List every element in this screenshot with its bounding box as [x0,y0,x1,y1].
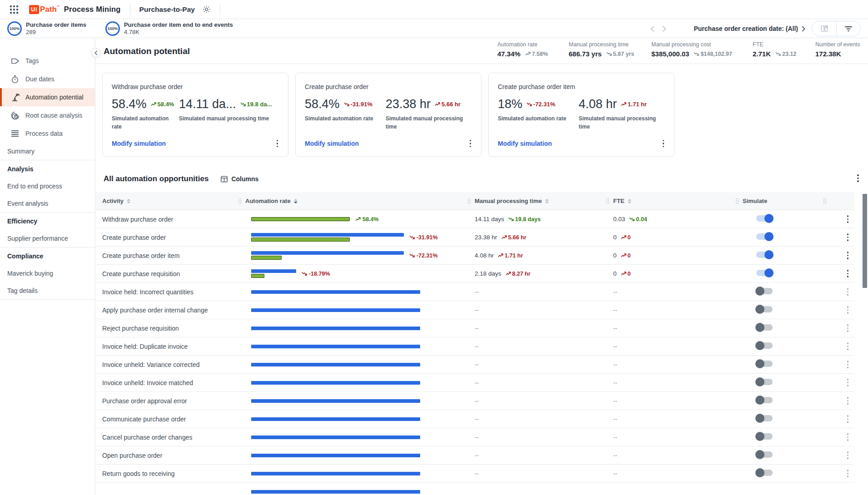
kpi-label: Automation rate [497,41,548,48]
simulate-toggle[interactable] [756,397,773,403]
rate-trend-label: 58.4% [355,216,378,223]
trend-up-icon [621,235,626,239]
kpi-label: Manual processing time [569,41,634,48]
simulate-toggle[interactable] [756,451,773,458]
sidebar-item-event-analysis[interactable]: Event analysis [0,195,95,212]
nav-next-icon[interactable] [658,23,670,35]
sidebar-item-supplier-performance[interactable]: Supplier performance [0,230,95,247]
table-row: Cancel purchase order changes---- [96,428,854,446]
column-header-automation-rate[interactable]: Automation rate [245,198,475,204]
row-kebab-icon[interactable] [844,468,852,479]
metric-trend: 1.71 hr [621,101,647,108]
metric-badge[interactable]: 100%Purchase order item end to end event… [105,21,233,36]
book-icon[interactable] [812,21,836,36]
modify-simulation-button[interactable]: Modify simulation [498,140,552,147]
date-filter[interactable]: Purchase order creation date: (All) [694,25,805,32]
fte-value: -- [613,361,617,368]
column-drag-handle-icon[interactable] [467,198,471,204]
sidebar-item-analysis[interactable]: Analysis [0,160,95,178]
automation-rate-cell [245,283,475,301]
opportunities-kebab-icon[interactable] [854,173,862,184]
simulate-toggle[interactable] [756,379,773,385]
row-kebab-icon[interactable] [844,322,852,334]
column-header-manual-processing-time[interactable]: Manual processing time [475,198,613,204]
simulate-toggle[interactable] [756,324,773,331]
row-kebab-icon[interactable] [844,413,852,425]
mpt-trend: 8.27 hr [506,271,531,277]
manual-processing-time-cell: -- [475,288,613,295]
automation-rate-bars [245,465,475,483]
toggle-knob [755,359,764,368]
simulate-toggle[interactable] [756,306,773,312]
sidebar-item-tag-details[interactable]: Tag details [0,282,95,299]
modify-simulation-button[interactable]: Modify simulation [112,140,166,147]
sidebar-section: ComplianceMaverick buyingTag details [0,248,95,300]
simulate-toggle[interactable] [756,470,773,476]
metric-badge[interactable]: 100%Purchase order items289 [7,21,86,36]
row-kebab-icon[interactable] [844,268,852,279]
simulate-toggle[interactable] [756,233,773,240]
simulate-toggle[interactable] [756,252,773,258]
app-launcher-icon[interactable] [10,5,18,14]
row-kebab-icon[interactable] [844,450,852,461]
simulate-toggle[interactable] [756,215,773,222]
modify-simulation-button[interactable]: Modify simulation [305,140,359,147]
card-kebab-icon[interactable] [274,138,281,149]
simulate-toggle[interactable] [756,270,773,276]
gear-icon[interactable] [202,5,211,14]
sidebar-item-root-cause-analysis[interactable]: Root cause analysis [0,106,95,124]
column-header-simulate[interactable]: Simulate [743,198,830,204]
nav-prev-icon[interactable] [646,23,658,35]
card-kebab-icon[interactable] [660,138,667,149]
mpt-value: -- [475,434,479,441]
metric-label: Simulated manual processing time [579,114,665,131]
card-kebab-icon[interactable] [467,138,474,149]
kpi-trend: 7.58% [525,51,548,57]
app-name[interactable]: Purchase-to-Pay [139,5,195,14]
current-rate-bar [251,251,404,255]
column-drag-handle-icon[interactable] [238,198,242,204]
column-header-activity[interactable]: Activity [102,198,245,204]
trend-down-icon [526,102,532,106]
row-kebab-icon[interactable] [844,286,852,297]
simulate-toggle[interactable] [756,415,773,421]
simulate-toggle[interactable] [756,433,773,440]
column-drag-handle-icon[interactable] [823,198,827,204]
column-drag-handle-icon[interactable] [735,198,739,204]
vertical-scrollbar[interactable] [863,194,867,288]
toggle-knob [755,287,764,296]
simulate-toggle[interactable] [756,361,773,367]
row-kebab-icon[interactable] [844,377,852,388]
column-drag-handle-icon[interactable] [606,198,610,204]
row-kebab-icon[interactable] [844,395,852,406]
sidebar-item-end-to-end-process[interactable]: End to end process [0,178,95,195]
collapse-sidebar-button[interactable] [91,48,101,58]
sidebar-item-process-data[interactable]: Process data [0,124,95,143]
manual-processing-time-cell: 23.38 hr5.66 hr [475,234,613,241]
row-kebab-icon[interactable] [844,304,852,316]
row-kebab-icon[interactable] [844,232,852,243]
metric-trend: 5.66 hr [435,101,461,108]
row-kebab-icon[interactable] [844,359,852,370]
row-kebab-icon[interactable] [844,250,852,261]
sidebar-item-efficiency[interactable]: Efficiency [0,213,95,230]
sidebar-item-due-dates[interactable]: Due dates [0,70,95,88]
filter-icon[interactable] [836,21,860,36]
row-kebab-icon[interactable] [844,341,852,352]
sidebar-item-automation-potential[interactable]: Automation potential [0,88,95,106]
column-header-fte[interactable]: FTE [613,198,743,204]
sidebar-item-compliance[interactable]: Compliance [0,248,95,265]
row-kebab-icon[interactable] [844,213,852,225]
activity-cell: Return goods to receiving [102,470,245,478]
row-kebab-icon[interactable] [844,431,852,443]
kpi-label: Number of events [815,41,860,48]
simulate-toggle[interactable] [756,288,773,294]
simulate-toggle[interactable] [756,342,773,349]
sidebar-item-tags[interactable]: Tags [0,52,95,70]
sidebar-item-maverick-buying[interactable]: Maverick buying [0,265,95,282]
robot-arm-icon [11,93,20,102]
activity-cell: Invoice unheld: Invoice matched [102,379,245,387]
columns-button[interactable]: Columns [220,175,258,183]
sidebar-item-summary[interactable]: Summary [0,143,95,160]
trend-up-icon [501,235,507,239]
